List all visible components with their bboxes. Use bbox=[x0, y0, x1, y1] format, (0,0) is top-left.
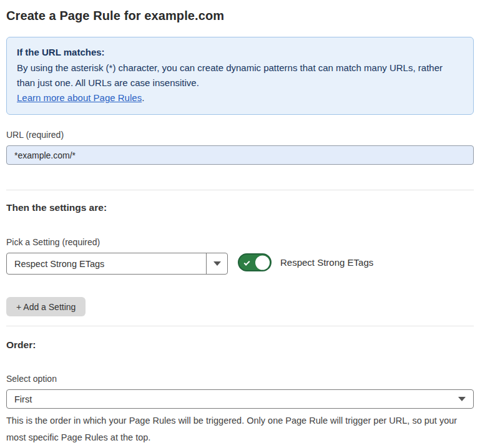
link-suffix: . bbox=[142, 92, 144, 103]
create-page-rule-form: Create a Page Rule for example.com If th… bbox=[0, 0, 480, 448]
divider bbox=[6, 326, 474, 326]
add-setting-button[interactable]: + Add a Setting bbox=[6, 297, 86, 316]
chevron-down-icon bbox=[458, 397, 466, 401]
order-select-label: Select option bbox=[6, 374, 474, 384]
order-select-value: First bbox=[14, 394, 32, 404]
chevron-down-icon bbox=[213, 261, 221, 266]
toggle-label: Respect Strong ETags bbox=[280, 257, 373, 268]
respect-strong-etags-toggle[interactable] bbox=[238, 253, 272, 271]
divider bbox=[6, 190, 474, 190]
url-field-label: URL (required) bbox=[6, 130, 474, 140]
url-input[interactable] bbox=[6, 145, 474, 165]
order-select[interactable]: First bbox=[6, 389, 474, 409]
settings-section-heading: Then the settings are: bbox=[6, 202, 474, 213]
order-section-heading: Order: bbox=[6, 339, 474, 351]
pick-setting-label: Pick a Setting (required) bbox=[6, 237, 474, 247]
setting-select-value: Respect Strong ETags bbox=[7, 253, 206, 274]
url-match-info-box: If the URL matches: By using the asteris… bbox=[6, 37, 474, 115]
info-box-heading: If the URL matches: bbox=[17, 45, 463, 60]
info-box-body: By using the asterisk (*) character, you… bbox=[17, 61, 463, 105]
setting-select-arrow-button[interactable] bbox=[206, 253, 227, 274]
page-title: Create a Page Rule for example.com bbox=[6, 9, 474, 23]
info-box-body-text: By using the asterisk (*) character, you… bbox=[17, 62, 443, 88]
learn-more-link[interactable]: Learn more about Page Rules bbox=[17, 92, 142, 103]
setting-select[interactable]: Respect Strong ETags bbox=[6, 253, 228, 275]
setting-row: Respect Strong ETags Respect Strong ETag… bbox=[6, 253, 474, 275]
order-help-text: This is the order in which your Page Rul… bbox=[6, 412, 471, 446]
toggle-knob bbox=[255, 255, 270, 270]
check-icon bbox=[244, 259, 250, 265]
setting-toggle-group: Respect Strong ETags bbox=[238, 253, 373, 271]
